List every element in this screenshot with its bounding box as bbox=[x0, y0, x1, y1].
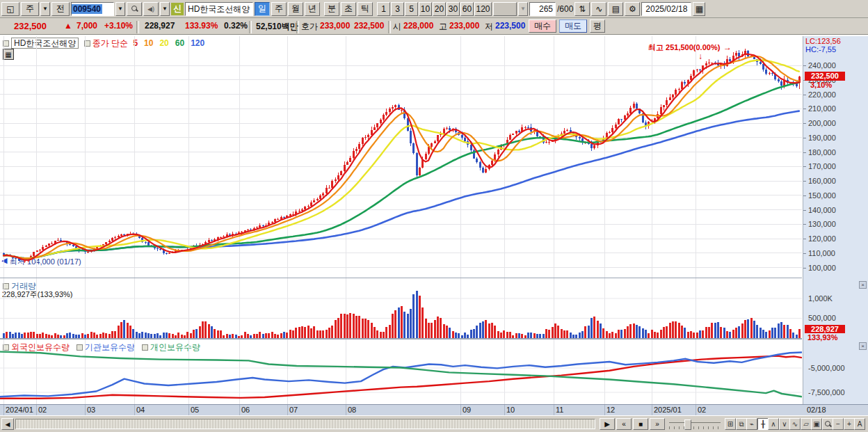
minute-button-120[interactable]: 120 bbox=[474, 2, 492, 16]
larger-button[interactable]: + bbox=[844, 418, 855, 430]
zoom-slider[interactable] bbox=[669, 419, 721, 429]
change-value: 7,000 bbox=[77, 21, 97, 31]
volume-pane-close-button[interactable]: × bbox=[859, 281, 867, 289]
tab-period-월[interactable]: 월 bbox=[288, 2, 303, 16]
date-field[interactable]: 2025/02/18 bbox=[641, 2, 691, 16]
date-tick-line bbox=[36, 405, 37, 415]
minute-button-60[interactable]: 60 bbox=[460, 2, 474, 16]
axis-tick-line bbox=[803, 123, 806, 124]
date-tick-line bbox=[346, 405, 346, 415]
search-button[interactable] bbox=[127, 2, 142, 16]
rewind-button[interactable]: « bbox=[616, 418, 632, 430]
stock-name-field[interactable]: HD한국조선해양 bbox=[185, 2, 253, 16]
font-button[interactable]: A bbox=[854, 418, 865, 430]
tab-분[interactable]: 분 bbox=[324, 2, 339, 16]
minute-button-1[interactable]: 1 bbox=[377, 2, 390, 16]
axis-tick-line bbox=[803, 210, 806, 211]
stock-code-field[interactable]: 009540 bbox=[71, 2, 114, 16]
tab-period-년[interactable]: 년 bbox=[305, 2, 320, 16]
chart-window-button[interactable]: ◱ bbox=[1, 2, 19, 16]
volume-pane[interactable] bbox=[0, 278, 802, 339]
add-indicator-button[interactable]: ∿ bbox=[591, 2, 606, 16]
dotted-line-icon[interactable]: ⌁ bbox=[746, 418, 757, 430]
date-label-03: 03 bbox=[87, 406, 95, 414]
settings-button[interactable]: ⚙ bbox=[625, 2, 640, 16]
amount-value: 52,510백만 bbox=[256, 21, 298, 33]
wave-tool-icon[interactable]: ∿ bbox=[789, 418, 801, 430]
tab-초[interactable]: 초 bbox=[341, 2, 356, 16]
volume-tick-500k: 500,000 bbox=[808, 314, 836, 322]
buy-button[interactable]: 매수 bbox=[529, 19, 556, 33]
peak-tool-icon[interactable]: ∧ bbox=[768, 418, 779, 430]
prev-button[interactable]: 전 bbox=[51, 2, 70, 16]
chart-area[interactable]: HD한국조선해양 종가 단순 5102060120 ▦ 최고 251,500(0… bbox=[0, 35, 868, 415]
zoom-slider-thumb[interactable] bbox=[684, 419, 691, 430]
axis-tick-line bbox=[803, 95, 806, 95]
current-change-label: 3,10% bbox=[810, 81, 832, 89]
minute-button-5[interactable]: 5 bbox=[405, 2, 418, 16]
holdings-pane[interactable] bbox=[0, 339, 802, 404]
axis-tick-line bbox=[803, 109, 806, 109]
candle-total-label: /600 bbox=[557, 4, 573, 14]
date-tick-line bbox=[188, 405, 189, 415]
stock-code-input[interactable]: 009540 bbox=[72, 4, 102, 14]
sound-button[interactable]: ◀) bbox=[143, 2, 159, 16]
hoga-label: 호가 bbox=[301, 21, 318, 33]
price-axis-column[interactable]: LC:123,56 HC:-7,55 240,000230,000220,000… bbox=[803, 36, 868, 404]
save-button[interactable]: ▤ bbox=[608, 2, 623, 16]
date-axis[interactable]: 02/18 2024/0102030405060708091011122025/… bbox=[0, 404, 868, 415]
code-dropdown-arrow[interactable]: ▼ bbox=[115, 2, 125, 16]
duplicate-chart-icon[interactable]: ⧉ bbox=[736, 418, 747, 430]
date-tick-line bbox=[134, 405, 135, 415]
avg-button[interactable]: 평 bbox=[590, 19, 605, 33]
forward-button[interactable]: » bbox=[650, 418, 665, 430]
date-tick-line bbox=[696, 405, 696, 415]
save-disk-icon: ▤ bbox=[612, 4, 620, 14]
play-button[interactable]: ▶ bbox=[600, 418, 615, 430]
empty-combo[interactable] bbox=[493, 2, 517, 16]
trendline-tool-icon[interactable]: ╂ bbox=[757, 418, 769, 430]
quote-bar: 232,500 ▲ 7,000 +3.10% 228,927 133.93% 0… bbox=[0, 18, 868, 35]
empty-combo-arrow[interactable]: ▼ bbox=[518, 2, 528, 16]
smaller-button[interactable]: − bbox=[833, 418, 844, 430]
tab-틱[interactable]: 틱 bbox=[357, 2, 373, 16]
date-label-11: 11 bbox=[556, 406, 563, 414]
ma-line-10 bbox=[3, 56, 799, 259]
chart-scrollbar[interactable] bbox=[15, 419, 595, 429]
candle-count-input[interactable]: 265 bbox=[529, 2, 556, 16]
price-tick-200000: 200,000 bbox=[808, 119, 836, 127]
shape-tool-icon[interactable]: ▱ bbox=[801, 418, 812, 430]
holdings-tick-a: -5,000,000 bbox=[808, 364, 845, 372]
sound-dropdown-arrow[interactable]: ▼ bbox=[160, 2, 170, 16]
price-tick-240000: 240,000 bbox=[808, 61, 836, 70]
tab-period-일[interactable]: 일 bbox=[255, 2, 270, 16]
week-combo[interactable]: 주 bbox=[21, 2, 39, 16]
week-combo-arrow[interactable]: ▼ bbox=[40, 2, 50, 16]
date-tick-line bbox=[604, 405, 605, 415]
calendar-button[interactable]: ▦ bbox=[693, 2, 705, 16]
sell-button[interactable]: 매도 bbox=[559, 19, 587, 33]
axis-tick-line bbox=[803, 224, 806, 225]
tab-period-주[interactable]: 주 bbox=[271, 2, 287, 16]
minute-button-3[interactable]: 3 bbox=[391, 2, 404, 16]
stop-button[interactable]: ■ bbox=[633, 418, 648, 430]
axis-tick-line bbox=[803, 181, 806, 182]
minute-button-30[interactable]: 30 bbox=[447, 2, 460, 16]
holdings-pane-close-button[interactable]: × bbox=[859, 342, 867, 350]
zoom-chart-icon[interactable] bbox=[822, 418, 833, 430]
calendar-icon: ▦ bbox=[696, 4, 703, 14]
tick-tab-group: 분초틱 bbox=[324, 2, 373, 16]
minute-button-10[interactable]: 10 bbox=[419, 2, 432, 16]
price-pane[interactable] bbox=[0, 36, 802, 278]
high-label: 고 bbox=[439, 21, 447, 33]
pan-left-button[interactable]: ◀ bbox=[1, 418, 14, 430]
speaker-icon: ◀) bbox=[147, 6, 154, 13]
minute-button-20[interactable]: 20 bbox=[433, 2, 446, 16]
trough-tool-icon[interactable]: ∨ bbox=[779, 418, 790, 430]
change-arrow-icon: ▲ bbox=[64, 21, 72, 31]
volume-badge-pct: 133,93% bbox=[807, 333, 837, 342]
add-grid-icon[interactable]: ⊞ bbox=[725, 418, 736, 430]
export-image-icon[interactable]: ▣ bbox=[811, 418, 822, 430]
date-label-07: 07 bbox=[289, 406, 298, 414]
compare-button[interactable]: ⇅ bbox=[574, 2, 590, 16]
